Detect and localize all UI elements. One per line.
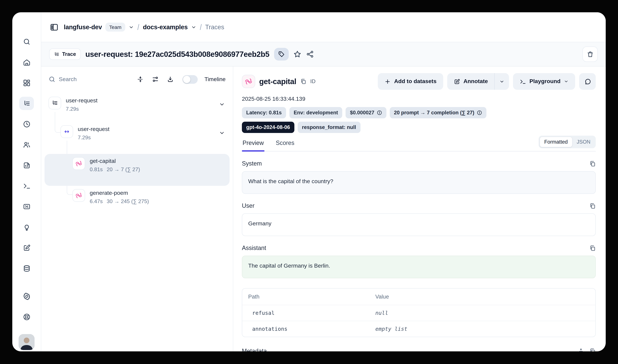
toggle-knob bbox=[183, 76, 191, 83]
nav-dashboard-icon[interactable] bbox=[19, 76, 34, 90]
rail-nav bbox=[12, 35, 41, 350]
value-cell: empty list bbox=[369, 321, 413, 337]
copy-icon[interactable] bbox=[589, 203, 596, 209]
delete-trace-button[interactable] bbox=[582, 47, 598, 62]
info-icon bbox=[477, 110, 482, 115]
annotate-dropdown-chevron[interactable] bbox=[495, 73, 509, 90]
breadcrumb-project[interactable]: langfuse-dev bbox=[64, 24, 102, 31]
comments-button[interactable] bbox=[579, 73, 596, 90]
comment-icon bbox=[584, 78, 591, 85]
format-option-json[interactable]: JSON bbox=[572, 137, 595, 147]
add-to-datasets-button[interactable]: Add to datasets bbox=[378, 73, 443, 90]
user-avatar[interactable] bbox=[19, 334, 35, 350]
observation-name: get-capital bbox=[259, 77, 296, 86]
assistant-section-header: Assistant bbox=[242, 245, 596, 252]
nav-settings-icon[interactable] bbox=[19, 289, 34, 303]
nav-prompts-icon[interactable] bbox=[19, 158, 34, 172]
copy-icon[interactable] bbox=[589, 245, 596, 251]
nav-datasets-icon[interactable] bbox=[19, 262, 34, 275]
breadcrumb-page[interactable]: Traces bbox=[205, 24, 224, 31]
node-usage: 20 → 7 (∑ 27) bbox=[107, 167, 140, 172]
nav-home-icon[interactable] bbox=[19, 55, 34, 69]
nav-support-icon[interactable] bbox=[19, 310, 34, 324]
search-icon bbox=[49, 76, 55, 83]
id-label: ID bbox=[310, 78, 315, 84]
tab-scores[interactable]: Scores bbox=[275, 140, 295, 151]
playground-button[interactable]: Playground bbox=[513, 73, 575, 90]
node-name: get-capital bbox=[90, 158, 140, 165]
observation-panel: get-capital ID Add to datasets Annotate bbox=[233, 66, 606, 351]
collapse-chevron-icon[interactable] bbox=[219, 101, 225, 107]
tree-row-generation-selected[interactable]: get-capital 0.81s 20 → 7 (∑ 27) bbox=[45, 154, 230, 186]
env-badge: Env: development bbox=[289, 107, 342, 118]
format-option-formatted[interactable]: Formatted bbox=[540, 137, 572, 147]
tag-icon bbox=[278, 51, 285, 57]
nav-sessions-icon[interactable] bbox=[19, 117, 34, 131]
terminal-icon bbox=[520, 78, 526, 85]
left-rail bbox=[12, 12, 41, 351]
observation-timestamp: 2025-08-25 16:33:44.139 bbox=[242, 96, 596, 102]
tree-row-trace[interactable]: user-request 7.29s bbox=[41, 97, 233, 124]
breadcrumb-separator: / bbox=[138, 22, 139, 32]
table-row: refusal null bbox=[242, 305, 595, 321]
annotate-pen-icon bbox=[454, 78, 460, 85]
search-input[interactable] bbox=[59, 76, 129, 83]
collapse-all-icon[interactable] bbox=[137, 76, 144, 83]
trash-icon bbox=[587, 51, 593, 58]
breadcrumb: langfuse-dev Team / docs-examples / Trac… bbox=[64, 22, 224, 32]
nav-users-icon[interactable] bbox=[19, 138, 34, 151]
preview-content: System What is the capital of the countr… bbox=[242, 152, 596, 351]
column-value: Value bbox=[369, 288, 395, 305]
project-chevron-icon[interactable] bbox=[129, 25, 134, 30]
generation-icon bbox=[242, 75, 255, 88]
node-duration: 7.29s bbox=[66, 106, 79, 112]
nav-search-icon[interactable] bbox=[19, 35, 34, 48]
cost-badge[interactable]: $0.000027 bbox=[346, 107, 386, 118]
nav-playground-icon[interactable] bbox=[19, 179, 34, 193]
system-section-header: System bbox=[242, 160, 596, 167]
value-cell: null bbox=[369, 305, 394, 321]
trace-tree: user-request 7.29s user-request 7.29s bbox=[41, 92, 233, 351]
tree-toolbar: Timeline bbox=[41, 66, 233, 92]
nav-annotation-icon[interactable] bbox=[19, 241, 34, 254]
tree-row-generation[interactable]: generate-poem 6.47s 30 → 245 (∑ 275) bbox=[41, 189, 233, 216]
assistant-message-box: The capital of Germany is Berlin. bbox=[242, 256, 596, 278]
star-icon[interactable] bbox=[293, 50, 301, 58]
download-icon[interactable] bbox=[167, 76, 174, 83]
tokens-badge[interactable]: 20 prompt → 7 completion (∑ 27) bbox=[390, 107, 486, 118]
metadata-title: Metadata bbox=[242, 348, 267, 351]
nav-scores-icon[interactable] bbox=[19, 200, 34, 213]
response-format-badge: response_format: null bbox=[298, 122, 360, 133]
trace-type-chip[interactable]: Trace bbox=[49, 49, 81, 60]
section-chevron-icon[interactable] bbox=[191, 25, 196, 30]
expand-icon[interactable] bbox=[578, 348, 584, 351]
user-section-title: User bbox=[242, 202, 255, 209]
nav-evaluators-icon[interactable] bbox=[19, 221, 34, 234]
timeline-label: Timeline bbox=[205, 76, 226, 83]
observation-header: get-capital ID Add to datasets Annotate bbox=[242, 73, 596, 90]
column-path: Path bbox=[242, 288, 369, 305]
project-team-badge: Team bbox=[105, 23, 125, 32]
copy-id-icon[interactable] bbox=[300, 78, 306, 84]
table-row: annotations empty list bbox=[242, 321, 595, 337]
copy-icon[interactable] bbox=[589, 161, 596, 167]
assistant-section-title: Assistant bbox=[242, 245, 266, 252]
share-icon[interactable] bbox=[306, 50, 314, 58]
annotate-button[interactable]: Annotate bbox=[447, 73, 495, 90]
tree-row-span[interactable]: user-request 7.29s bbox=[41, 125, 233, 153]
display-settings-icon[interactable] bbox=[152, 76, 159, 83]
timeline-toggle[interactable] bbox=[182, 75, 198, 84]
model-badge[interactable]: gpt-4o-2024-08-06 bbox=[242, 122, 294, 133]
tag-button[interactable] bbox=[274, 48, 289, 61]
tab-preview[interactable]: Preview bbox=[242, 140, 264, 151]
node-duration: 6.47s bbox=[90, 198, 103, 204]
sidebar-toggle-icon[interactable] bbox=[50, 23, 58, 31]
breadcrumb-section[interactable]: docs-examples bbox=[143, 24, 188, 31]
trace-node-icon bbox=[49, 97, 61, 109]
copy-icon[interactable] bbox=[589, 348, 596, 351]
generation-node-icon bbox=[72, 189, 85, 202]
collapse-chevron-icon[interactable] bbox=[219, 130, 225, 136]
user-message-box: Germany bbox=[242, 213, 596, 236]
nav-tracing-icon[interactable] bbox=[19, 97, 34, 110]
path-cell: refusal bbox=[242, 305, 369, 321]
